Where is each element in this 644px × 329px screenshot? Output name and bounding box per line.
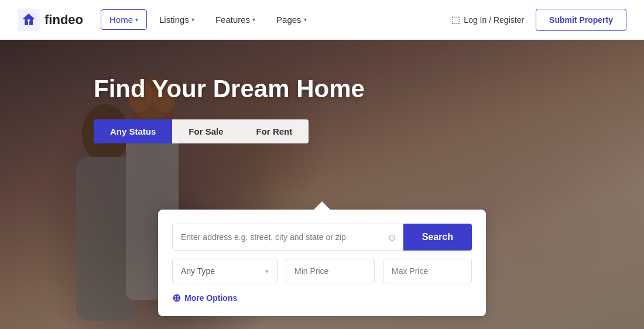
navbar: findeo Home ▾ Listings ▾ Features ▾ Page… [0,0,644,40]
nav-links: Home ▾ Listings ▾ Features ▾ Pages ▾ [101,9,451,30]
logo[interactable]: findeo [18,9,83,31]
filter-row: Any Type ▾ USD USD [172,259,472,283]
nav-item-home[interactable]: Home ▾ [101,9,147,30]
listings-chevron-icon: ▾ [191,16,194,23]
hero: Find Your Dream Home Any Status For Sale… [0,0,644,329]
nav-item-listings[interactable]: Listings ▾ [150,9,203,30]
nav-item-features[interactable]: Features ▾ [207,9,264,30]
hero-title: Find Your Dream Home [94,75,644,103]
nav-pages-label: Pages [276,15,302,25]
logo-text: findeo [44,12,83,28]
type-select-label: Any Type [181,266,215,276]
plus-icon: ⊕ [172,292,181,304]
login-button[interactable]: ⬚ Log In / Register [451,14,524,25]
location-icon: ⊙ [388,232,396,243]
svg-point-1 [28,19,30,22]
type-select[interactable]: Any Type ▾ [172,259,278,283]
search-input-wrap: ⊙ [172,224,403,251]
search-input[interactable] [173,224,403,250]
max-price-input-wrap: USD [383,259,472,283]
max-price-input[interactable] [383,259,472,283]
min-price-input-wrap: USD [286,259,375,283]
hero-content: Find Your Dream Home Any Status For Sale… [0,40,644,143]
login-label: Log In / Register [464,15,524,25]
status-tab-rent[interactable]: For Rent [240,119,309,143]
status-tabs: Any Status For Sale For Rent [94,119,644,143]
search-button[interactable]: Search [403,224,472,251]
status-tab-sale[interactable]: For Sale [172,119,239,143]
nav-features-label: Features [215,15,250,25]
search-row: ⊙ Search [172,224,472,251]
type-chevron-icon: ▾ [265,268,269,275]
logo-icon [18,9,40,31]
more-options-label: More Options [184,293,237,303]
search-box: ⊙ Search Any Type ▾ USD USD ⊕ More Optio… [158,210,486,316]
nav-item-pages[interactable]: Pages ▾ [268,9,316,30]
pages-chevron-icon: ▾ [304,16,307,23]
status-tab-any[interactable]: Any Status [94,119,172,143]
login-icon: ⬚ [451,14,460,25]
features-chevron-icon: ▾ [252,16,255,23]
home-chevron-icon: ▾ [135,16,138,23]
submit-property-button[interactable]: Submit Property [536,9,626,31]
nav-right: ⬚ Log In / Register Submit Property [451,9,626,31]
nav-listings-label: Listings [159,15,189,25]
more-options-button[interactable]: ⊕ More Options [172,292,472,304]
nav-home-label: Home [109,15,133,25]
min-price-input[interactable] [286,259,375,283]
